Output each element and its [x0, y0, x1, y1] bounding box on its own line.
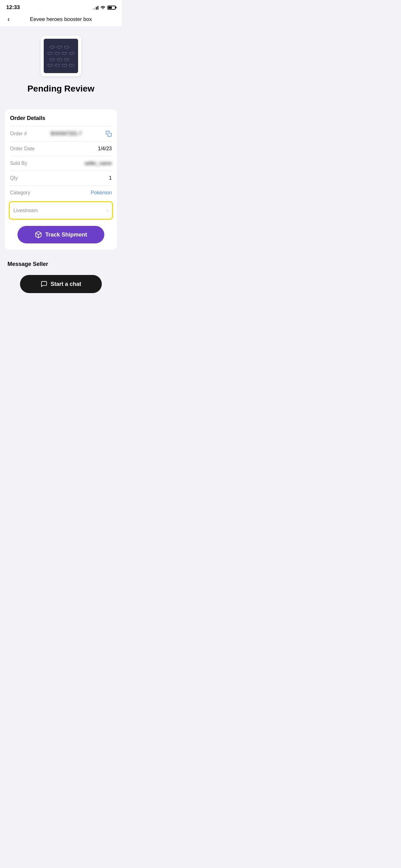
status-time: 12:33: [6, 4, 20, 11]
category-row: Category Pokémon: [10, 185, 112, 200]
category-value: Pokémon: [91, 190, 112, 195]
back-button[interactable]: ‹: [6, 14, 11, 25]
message-seller-section: Message Seller Start a chat: [0, 255, 122, 293]
wifi-icon: [100, 5, 106, 10]
status-icons: [93, 5, 115, 10]
order-number-label: Order #: [10, 131, 27, 136]
order-number-row: Order # BXK947201-7: [10, 126, 112, 141]
sold-by-value: seller_name: [85, 161, 112, 166]
livestream-row[interactable]: Livestream ›: [9, 201, 113, 220]
nav-header: ‹ Eevee heroes booster box: [0, 12, 122, 26]
chat-icon: [41, 281, 47, 287]
category-label: Category: [10, 190, 30, 195]
qty-label: Qty: [10, 175, 18, 181]
start-chat-label: Start a chat: [51, 281, 81, 287]
chevron-right-icon: ›: [106, 207, 108, 214]
product-image: [44, 39, 78, 73]
order-date-row: Order Date 1/4/23: [10, 141, 112, 156]
order-number-value: BXK947201-7: [51, 131, 82, 136]
qty-row: Qty 1: [10, 170, 112, 185]
track-shipment-button[interactable]: Track Shipment: [18, 226, 104, 243]
livestream-label: Livestream: [13, 208, 38, 213]
order-details-title: Order Details: [10, 110, 112, 126]
message-seller-title: Message Seller: [6, 261, 115, 268]
sold-by-label: Sold By: [10, 161, 27, 166]
box-icon: [35, 231, 42, 239]
signal-icon: [93, 5, 98, 10]
qty-value: 1: [109, 175, 112, 181]
product-status: Pending Review: [28, 84, 95, 94]
svg-rect-1: [108, 133, 111, 136]
page-title: Eevee heroes booster box: [30, 16, 92, 23]
product-image-wrapper: [41, 36, 81, 76]
track-shipment-label: Track Shipment: [45, 231, 87, 238]
product-section: Pending Review: [0, 26, 122, 110]
copy-icon[interactable]: [106, 131, 112, 137]
battery-icon: [107, 6, 115, 10]
start-chat-button[interactable]: Start a chat: [20, 275, 102, 293]
status-bar: 12:33: [0, 0, 122, 12]
main-content: Pending Review Order Details Order # BXK…: [0, 26, 122, 306]
order-details-card: Order Details Order # BXK947201-7 Order …: [5, 110, 117, 250]
svg-rect-0: [45, 40, 76, 71]
sold-by-row: Sold By seller_name: [10, 156, 112, 170]
order-date-label: Order Date: [10, 146, 35, 152]
order-date-value: 1/4/23: [98, 146, 112, 152]
